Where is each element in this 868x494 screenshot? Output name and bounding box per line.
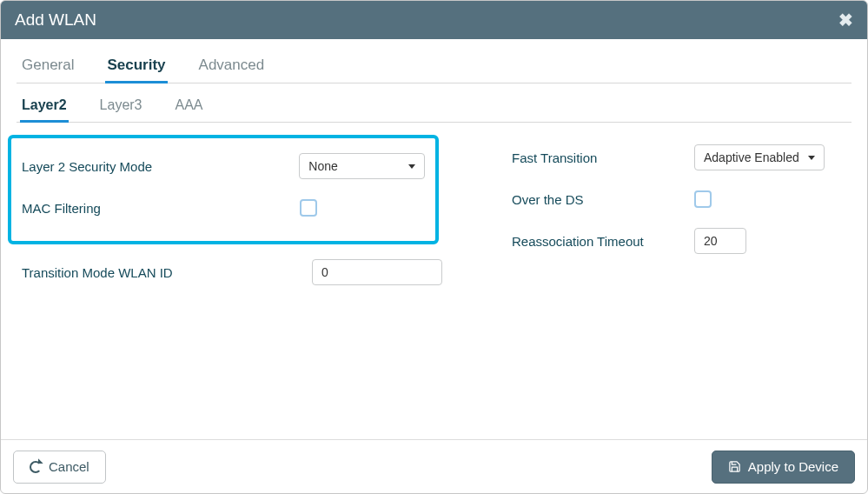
subtab-layer2[interactable]: Layer2 — [20, 92, 69, 123]
label-fast-transition: Fast Transition — [512, 150, 694, 165]
close-icon[interactable]: ✖ — [838, 10, 853, 30]
tab-general[interactable]: General — [20, 51, 76, 83]
select-security-mode[interactable]: None — [299, 153, 425, 179]
add-wlan-modal: Add WLAN ✖ General Security Advanced Lay… — [0, 0, 868, 494]
checkbox-over-ds[interactable] — [694, 190, 712, 208]
cancel-button-label: Cancel — [49, 459, 89, 474]
modal-body: General Security Advanced Layer2 Layer3 … — [1, 39, 867, 439]
select-fast-transition[interactable]: Adaptive Enabled — [694, 144, 825, 170]
modal-title: Add WLAN — [15, 10, 96, 30]
label-security-mode: Layer 2 Security Mode — [22, 159, 299, 174]
select-security-mode-value: None — [308, 159, 337, 173]
label-reassoc-timeout: Reassociation Timeout — [512, 234, 694, 249]
row-security-mode: Layer 2 Security Mode None — [22, 149, 425, 184]
highlight-box: Layer 2 Security Mode None MAC Filtering — [8, 135, 439, 244]
row-transition-mode: Transition Mode WLAN ID — [17, 255, 442, 290]
row-over-ds: Over the DS — [512, 182, 851, 217]
input-transition-mode[interactable] — [312, 259, 442, 285]
modal-header: Add WLAN ✖ — [1, 1, 867, 39]
form-left-column: Layer 2 Security Mode None MAC Filtering… — [17, 135, 442, 297]
row-mac-filtering: MAC Filtering — [22, 190, 425, 225]
checkbox-mac-filtering[interactable] — [300, 199, 317, 217]
apply-button-label: Apply to Device — [748, 459, 838, 474]
tab-advanced[interactable]: Advanced — [197, 51, 267, 83]
main-tabs: General Security Advanced — [17, 51, 851, 83]
chevron-down-icon — [808, 156, 815, 160]
revert-icon — [30, 461, 42, 473]
chevron-down-icon — [408, 164, 415, 169]
modal-footer: Cancel Apply to Device — [1, 439, 867, 493]
row-fast-transition: Fast Transition Adaptive Enabled — [512, 140, 851, 175]
label-transition-mode: Transition Mode WLAN ID — [22, 265, 312, 280]
form-right-column: Fast Transition Adaptive Enabled Over th… — [442, 135, 851, 297]
label-mac-filtering: MAC Filtering — [22, 201, 300, 216]
save-icon — [728, 460, 741, 473]
input-reassoc-timeout[interactable] — [694, 228, 746, 254]
tab-security[interactable]: Security — [105, 51, 167, 83]
sub-tabs: Layer2 Layer3 AAA — [17, 92, 851, 123]
form-area: Layer 2 Security Mode None MAC Filtering… — [17, 123, 851, 297]
cancel-button[interactable]: Cancel — [13, 451, 106, 484]
apply-button[interactable]: Apply to Device — [712, 451, 855, 484]
subtab-layer3[interactable]: Layer3 — [98, 92, 144, 123]
label-over-ds: Over the DS — [512, 192, 694, 207]
row-reassoc-timeout: Reassociation Timeout — [512, 224, 851, 258]
subtab-aaa[interactable]: AAA — [174, 92, 205, 123]
select-fast-transition-value: Adaptive Enabled — [704, 150, 799, 164]
